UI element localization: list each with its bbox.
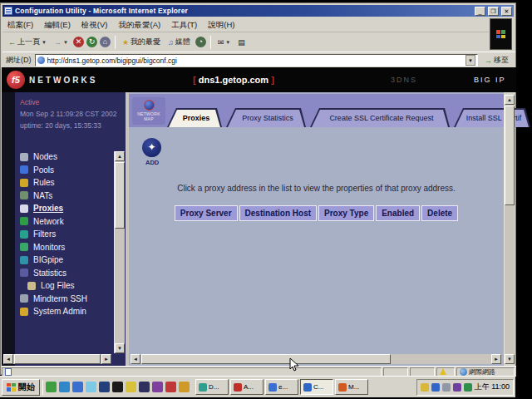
page-icon	[37, 57, 45, 64]
scroll-left-icon[interactable]: ◄	[131, 354, 140, 364]
sidebar-item-mindterm-ssh[interactable]: Mindterm SSH	[20, 294, 87, 303]
sidebar-item-network[interactable]: Network	[20, 217, 87, 226]
sidebar-status: Active Mon Sep 2 11:09:28 CST 2002 uptim…	[20, 96, 116, 131]
sidebar-item-log-files[interactable]: Log Files	[27, 281, 87, 290]
scroll-left-icon[interactable]: ◄	[3, 354, 13, 364]
tab-create-ssl-certificate-request[interactable]: Create SSL Certificate Request	[310, 108, 450, 127]
start-button[interactable]: 開始	[2, 379, 40, 396]
close-button[interactable]: ✕	[501, 7, 512, 16]
forward-button[interactable]: → ▼	[52, 37, 71, 47]
scroll-down-icon[interactable]: ▼	[115, 343, 125, 353]
mail-button[interactable]: ✉ ▼	[215, 37, 234, 47]
tab-proxy-statistics[interactable]: Proxy Statistics	[226, 108, 306, 127]
sidebar-item-system-admin[interactable]: System Admin	[20, 307, 87, 316]
menu-edit[interactable]: 編輯(E)	[44, 20, 71, 31]
media-button[interactable]: ♫ 媒體	[165, 36, 193, 48]
quicklaunch-icon-8[interactable]	[139, 382, 150, 392]
scroll-up-icon[interactable]: ▲	[505, 95, 515, 105]
sidebar-item-nats[interactable]: NATs	[20, 191, 87, 200]
proxy-table-header: Proxy Server Destination Host Proxy Type…	[129, 205, 504, 221]
sidebar-item-label: Network	[33, 217, 64, 226]
volume-icon[interactable]	[421, 383, 429, 392]
sidebar-item-filters[interactable]: Filters	[20, 229, 87, 239]
scroll-thumb[interactable]	[115, 162, 125, 229]
tab-label: Proxies	[168, 109, 221, 127]
network-tray-icon[interactable]	[464, 383, 472, 392]
proxies-icon	[20, 204, 28, 213]
history-button[interactable]: ◔	[195, 37, 206, 47]
product-3dns-link[interactable]: 3DNS	[391, 76, 417, 84]
quicklaunch-icon-1[interactable]	[46, 382, 57, 392]
task-label: e...	[278, 383, 288, 391]
scroll-thumb[interactable]	[141, 354, 391, 364]
print-button[interactable]: ▤	[235, 37, 248, 47]
refresh-button[interactable]: ↻	[86, 37, 97, 47]
quicklaunch-icon-2[interactable]	[59, 382, 70, 392]
menu-help[interactable]: 說明(H)	[208, 20, 234, 31]
scroll-up-icon[interactable]: ▲	[115, 151, 125, 161]
go-icon: →	[485, 57, 492, 65]
app-tray-icon[interactable]	[453, 383, 461, 392]
home-button[interactable]: ⌂	[100, 37, 111, 47]
scroll-down-icon[interactable]: ▼	[505, 354, 515, 364]
address-dropdown-icon[interactable]: ▼	[466, 55, 475, 66]
hostname: [ dns1.getop.com ]	[193, 75, 274, 85]
maximize-button[interactable]: ❐	[488, 7, 499, 16]
task-label: D...	[209, 383, 219, 391]
browser-window: Configuration Utility - Microsoft Intern…	[0, 2, 516, 375]
system-admin-icon	[20, 308, 28, 316]
tab-proxies[interactable]: Proxies	[167, 108, 222, 127]
menu-file[interactable]: 檔案(F)	[7, 20, 33, 31]
main-vertical-scrollbar[interactable]: ▲ ▼	[504, 95, 515, 364]
go-button[interactable]: → 移至	[481, 54, 512, 66]
sidebar-vertical-scrollbar[interactable]: ▲ ▼	[114, 151, 125, 353]
input-method-icon[interactable]	[431, 383, 440, 392]
quicklaunch-icon-3[interactable]	[72, 382, 83, 392]
menu-favorites[interactable]: 我的最愛(A)	[118, 20, 160, 31]
task-button-3[interactable]: e...	[265, 379, 298, 395]
task-button-4-active[interactable]: C...	[300, 379, 333, 395]
sidebar-item-rules[interactable]: Rules	[20, 178, 87, 187]
sidebar-item-pools[interactable]: Pools	[20, 165, 87, 175]
menu-view[interactable]: 檢視(V)	[81, 20, 108, 31]
scroll-thumb[interactable]	[505, 106, 515, 205]
favorites-button[interactable]: ★ 我的最愛	[120, 36, 163, 48]
system-datetime: Mon Sep 2 11:09:28 CST 2002	[20, 108, 116, 120]
scroll-thumb[interactable]	[14, 354, 101, 364]
sidebar-horizontal-scrollbar[interactable]: ◄ ►	[3, 354, 111, 364]
task-button-2[interactable]: A...	[230, 379, 264, 395]
network-map-button[interactable]: NETWORK MAP	[132, 97, 165, 125]
sidebar-item-monitors[interactable]: Monitors	[20, 243, 87, 252]
menu-tools[interactable]: 工具(T)	[171, 20, 197, 31]
scroll-right-icon[interactable]: ►	[101, 354, 111, 364]
stop-button[interactable]: ✕	[73, 37, 84, 47]
mouse-cursor	[289, 357, 299, 372]
sidebar-item-proxies[interactable]: Proxies	[20, 204, 87, 213]
task-button-5[interactable]: M...	[335, 379, 368, 395]
quicklaunch-icon-4[interactable]	[86, 382, 96, 392]
scroll-right-icon[interactable]: ►	[491, 354, 501, 364]
add-proxy-button[interactable]: ✦	[142, 138, 161, 157]
product-bigip-link[interactable]: BIG IP	[474, 76, 506, 84]
quicklaunch-icon-10[interactable]	[165, 382, 176, 392]
task-button-1[interactable]: D...	[195, 379, 229, 395]
toolbar-separator	[210, 36, 211, 49]
tab-install-ssl-certificate[interactable]: Install SSL Certif	[454, 108, 530, 127]
sidebar-item-nodes[interactable]: Nodes	[20, 152, 87, 161]
sidebar-item-statistics[interactable]: Statistics	[20, 268, 87, 278]
sidebar-item-label: Nodes	[33, 152, 57, 161]
quicklaunch-icon-5[interactable]	[99, 382, 110, 392]
quicklaunch-icon-6[interactable]	[112, 382, 123, 392]
filters-icon	[20, 230, 28, 239]
main-horizontal-scrollbar[interactable]: ◄ ►	[131, 354, 501, 364]
back-button[interactable]: ← 上一頁 ▼	[6, 36, 49, 48]
quicklaunch-icon-7[interactable]	[126, 382, 136, 392]
address-input[interactable]: http://dns1.getop.com/bigipgui/bigconf.c…	[35, 54, 479, 66]
sidebar-item-bigpipe[interactable]: BIGpipe	[20, 255, 87, 264]
minimize-button[interactable]: _	[475, 7, 485, 16]
quicklaunch-icon-9[interactable]	[152, 382, 163, 392]
quicklaunch-icon-11[interactable]	[179, 382, 190, 392]
display-icon[interactable]	[442, 383, 451, 392]
address-label: 網址(D)	[6, 55, 32, 66]
sidebar-item-label: Filters	[33, 229, 56, 239]
